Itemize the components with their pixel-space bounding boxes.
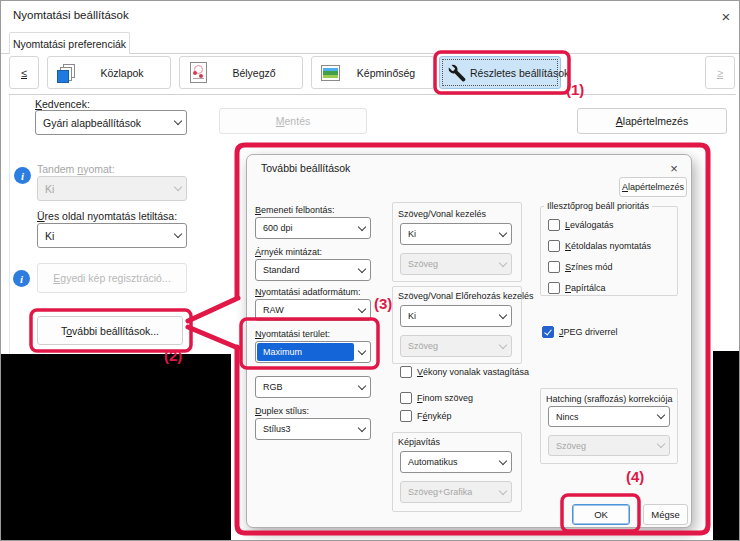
wrench-icon — [448, 64, 466, 82]
chevron-down-icon — [354, 342, 370, 362]
save-button: Mentés — [219, 108, 367, 134]
text-line-advance-group-label: Szöveg/Vonal Előrehozás kezelés — [398, 291, 534, 301]
image-enhance-select[interactable]: Automatikus — [400, 451, 512, 473]
dialog-defaults-button[interactable]: Alapértelmezés — [619, 177, 687, 197]
shade-pattern-label: Árnyék mintázat: — [255, 247, 322, 257]
chevron-down-icon — [495, 336, 511, 356]
checkbox-icon — [548, 240, 560, 252]
checkbox-icon — [548, 282, 560, 294]
toolbar-prev-button[interactable]: ≤ — [9, 56, 39, 89]
favorites-select[interactable]: Gyári alapbeállítások — [35, 110, 187, 135]
chevron-down-icon — [495, 306, 511, 326]
toolbar-button-label: Képminőség — [346, 67, 426, 79]
print-settings-window: Nyomtatási beállítások × Nyomtatási pref… — [0, 0, 740, 541]
toolbar-image-quality-button[interactable]: Képminőség — [311, 56, 435, 89]
toolbar-button-label: Bélyegző — [214, 67, 294, 79]
image-enhance-sub-select: Szöveg+Grafika — [400, 481, 512, 503]
more-settings-button[interactable]: További beállítások... — [37, 316, 183, 345]
annotation-callout-tail — [188, 298, 238, 321]
image-quality-icon — [320, 62, 342, 84]
tandem-print-select: Ki — [37, 176, 187, 201]
chevron-down-icon — [495, 224, 511, 244]
defaults-button[interactable]: Alapértelmezés — [577, 108, 727, 134]
custom-image-registration-button: Egyedi kép regisztráció... — [37, 263, 187, 293]
paper-tray-checkbox[interactable]: Papírtálca — [548, 282, 606, 294]
print-area-select[interactable]: Maximum — [255, 341, 371, 363]
input-resolution-label: Bemeneti felbontás: — [255, 205, 335, 215]
chevron-down-icon — [170, 224, 186, 247]
window-title: Nyomtatási beállítások — [13, 9, 129, 21]
checkbox-checked-icon — [542, 326, 554, 338]
chevron-down-icon — [354, 218, 370, 238]
prev-arrow-icon: ≤ — [21, 67, 27, 79]
annotation-step3-label: (3) — [374, 295, 392, 312]
data-format-label: Nyomtatási adatformátum: — [255, 287, 361, 297]
data-format-select[interactable]: RAW — [255, 299, 371, 321]
favorites-label: Kedvencek: — [35, 98, 90, 110]
duplex-style-label: Duplex stílus: — [255, 406, 309, 416]
annotation-callout-tail — [188, 327, 238, 348]
text-line-advance-select[interactable]: Ki — [400, 305, 512, 327]
jpeg-driver-checkbox[interactable]: JPEG driverrel — [542, 326, 618, 338]
blank-page-suppress-select[interactable]: Ki — [37, 223, 187, 248]
close-icon[interactable]: × — [713, 4, 739, 28]
checkbox-icon — [400, 392, 412, 404]
redacted-region-right — [713, 351, 740, 541]
driver-priority-group-label: Illesztőprog beáll prioritás — [544, 201, 652, 211]
toolbar-common-pages-button[interactable]: Közlapok — [47, 56, 171, 89]
chevron-down-icon — [495, 452, 511, 472]
redacted-region-left — [1, 354, 231, 541]
color-mode-checkbox[interactable]: Színes mód — [548, 261, 613, 273]
blank-page-suppress-value: Ki — [38, 224, 170, 247]
thin-lines-checkbox[interactable]: Vékony vonalak vastagítása — [400, 366, 529, 378]
checkbox-icon — [548, 219, 560, 231]
chevron-down-icon — [170, 177, 186, 200]
text-line-advance-sub-select: Szöveg — [400, 335, 512, 357]
chevron-down-icon — [495, 482, 511, 502]
shade-pattern-select[interactable]: Standard — [255, 259, 371, 281]
chevron-down-icon — [170, 111, 186, 134]
favorites-value: Gyári alapbeállítások — [36, 111, 170, 134]
collate-checkbox[interactable]: Leválogatás — [548, 219, 614, 231]
chevron-down-icon — [354, 260, 370, 280]
input-resolution-select[interactable]: 600 dpi — [255, 217, 371, 239]
annotation-step2-label: (2) — [164, 347, 182, 364]
color-mode-select[interactable]: RGB — [255, 376, 371, 398]
photo-checkbox[interactable]: Fénykép — [400, 410, 452, 422]
text-line-select[interactable]: Ki — [400, 223, 512, 245]
tandem-print-value: Ki — [38, 177, 170, 200]
chevron-down-icon — [653, 407, 669, 426]
hatching-sub-select: Szöveg — [548, 435, 670, 456]
checkbox-icon — [400, 366, 412, 378]
annotation-step1-label: (1) — [566, 81, 584, 98]
ok-button[interactable]: OK — [572, 504, 630, 525]
image-enhance-group-label: Képjavítás — [398, 437, 440, 447]
tab-print-preferences[interactable]: Nyomtatási preferenciák — [9, 32, 130, 54]
chevron-down-icon — [495, 254, 511, 274]
stamp-icon — [188, 62, 210, 84]
chevron-down-icon — [354, 377, 370, 397]
fine-text-checkbox[interactable]: Finom szöveg — [400, 392, 473, 404]
cancel-button[interactable]: Mégse — [643, 504, 688, 525]
chevron-down-icon — [354, 300, 370, 320]
text-line-sub-select: Szöveg — [400, 253, 512, 275]
tandem-print-label: Tandem nyomat: — [37, 163, 115, 175]
duplex-style-select[interactable]: Stílus3 — [255, 418, 371, 440]
text-line-group-label: Szöveg/Vonal kezelés — [398, 209, 486, 219]
toolbar-detailed-settings-button[interactable]: Részletes beállítások — [439, 56, 561, 89]
hatching-select[interactable]: Nincs — [548, 406, 670, 427]
checkbox-icon — [400, 410, 412, 422]
chevron-down-icon — [653, 436, 669, 455]
annotation-step4-label: (4) — [626, 468, 644, 485]
print-area-label: Nyomtatási terület: — [255, 329, 330, 339]
next-arrow-icon: ≥ — [717, 67, 723, 79]
toolbar-stamp-button[interactable]: Bélyegző — [179, 56, 303, 89]
tab-label: Nyomtatási preferenciák — [13, 38, 126, 50]
toolbar-next-button: ≥ — [705, 56, 735, 89]
toolbar-button-label: Közlapok — [82, 67, 162, 79]
info-icon — [14, 167, 31, 184]
close-icon[interactable]: × — [662, 159, 686, 177]
duplex-print-checkbox[interactable]: Kétoldalas nyomtatás — [548, 240, 651, 252]
toolbar-button-label: Részletes beállítások — [470, 67, 569, 79]
blank-page-suppress-label: Üres oldal nyomtatás letiltása: — [37, 210, 177, 222]
